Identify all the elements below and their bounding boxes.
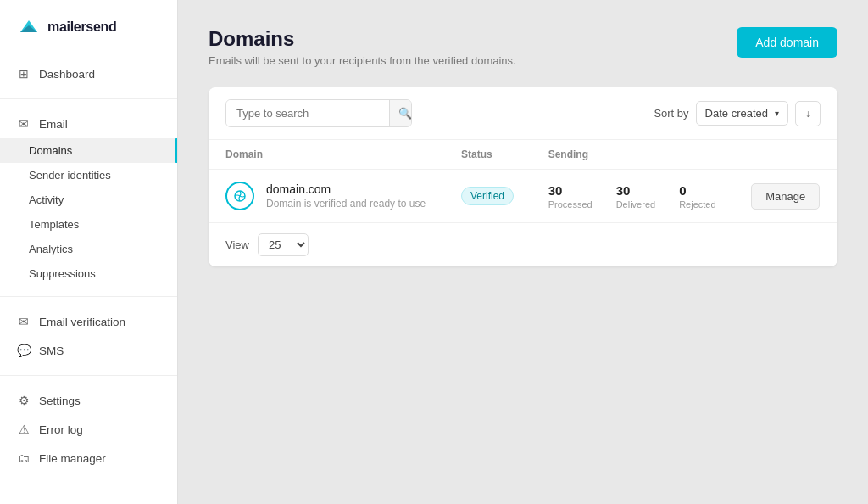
sms-icon: 💬 [17,344,31,357]
page-header: Domains Emails will be sent to your reci… [209,27,837,67]
cell-actions: Manage [734,170,837,223]
sidebar-item-domains-label: Domains [29,144,72,157]
sidebar-item-email-verification-label: Email verification [39,316,125,328]
sidebar-item-email-verification[interactable]: ✉ Email verification [0,307,177,336]
domain-name: domain.com [266,182,426,196]
manage-button[interactable]: Manage [751,183,820,210]
sidebar-item-sms-label: SMS [39,344,64,357]
main-content: Domains Emails will be sent to your reci… [178,0,868,504]
domain-description: Domain is verified and ready to use [266,198,426,210]
divider-2 [0,296,177,297]
logo-area: mailersend [0,0,177,54]
error-log-icon: ⚠ [17,423,31,436]
domains-table: Domain Status Sending [209,140,837,222]
stat-delivered-count: 30 [616,183,655,198]
logo-text: mailersend [47,20,116,35]
sidebar-item-sender-identities[interactable]: Sender identities [0,163,177,188]
sidebar-item-error-log[interactable]: ⚠ Error log [0,415,177,444]
sidebar-item-settings[interactable]: ⚙ Settings [0,386,177,415]
col-sending: Sending [531,140,734,170]
stat-delivered-label: Delivered [616,199,655,210]
domain-cell: domain.com Domain is verified and ready … [225,182,427,210]
stat-processed-count: 30 [548,183,593,198]
sidebar-item-file-manager[interactable]: 🗂 File manager [0,444,177,473]
stat-processed-label: Processed [548,199,593,210]
stat-rejected-label: Rejected [679,199,715,210]
divider-1 [0,98,177,99]
sidebar-item-sms[interactable]: 💬 SMS [0,336,177,365]
sidebar-item-activity-label: Activity [29,193,64,206]
view-select[interactable]: 10 25 50 100 [258,233,309,256]
sidebar-item-file-manager-label: File manager [39,452,106,465]
col-domain: Domain [209,140,444,170]
nav-secondary: ✉ Email verification 💬 SMS [0,302,177,370]
table-footer: View 10 25 50 100 [209,222,837,266]
cell-domain: domain.com Domain is verified and ready … [209,170,444,223]
page-title-area: Domains Emails will be sent to your reci… [209,27,516,67]
sidebar-item-settings-label: Settings [39,395,81,407]
sidebar-item-dashboard-label: Dashboard [39,68,95,81]
divider-3 [0,375,177,376]
domain-info: domain.com Domain is verified and ready … [266,182,426,210]
table-body: domain.com Domain is verified and ready … [209,170,837,223]
stat-delivered: 30 Delivered [616,183,655,210]
search-box: 🔍 [225,99,412,127]
sidebar-item-templates[interactable]: Templates [0,212,177,237]
email-section-header: ✉ Email [0,109,177,138]
sort-dropdown[interactable]: Date created ▾ [696,101,788,126]
col-actions [734,140,837,170]
email-section: ✉ Email Domains Sender identities Activi… [0,104,177,291]
sidebar-item-suppressions[interactable]: Suppressions [0,261,177,286]
cell-sending: 30 Processed 30 Delivered 0 Rejected [531,170,734,223]
settings-icon: ⚙ [17,394,31,407]
sidebar-item-analytics[interactable]: Analytics [0,237,177,261]
nav-main: ⊞ Dashboard [0,54,177,93]
sending-stats: 30 Processed 30 Delivered 0 Rejected [548,183,717,210]
table-toolbar: 🔍 Sort by Date created ▾ ↓ [209,87,837,140]
domains-table-container: 🔍 Sort by Date created ▾ ↓ Domain Status [209,87,837,266]
view-label: View [225,238,249,251]
search-button[interactable]: 🔍 [389,100,412,126]
file-manager-icon: 🗂 [17,451,31,465]
dashboard-icon: ⊞ [17,67,31,81]
sidebar: mailersend ⊞ Dashboard ✉ Email Domains S… [0,0,178,504]
sidebar-item-analytics-label: Analytics [29,243,73,255]
table-header: Domain Status Sending [209,140,837,170]
domain-icon [225,182,254,210]
stat-rejected: 0 Rejected [679,183,715,210]
sort-direction-button[interactable]: ↓ [795,101,821,126]
add-domain-button[interactable]: Add domain [737,27,837,58]
search-input[interactable] [226,100,389,126]
status-badge: Verified [461,187,514,205]
sidebar-item-sender-identities-label: Sender identities [29,169,111,182]
table-row: domain.com Domain is verified and ready … [209,170,837,223]
cell-status: Verified [444,170,531,223]
stat-processed: 30 Processed [548,183,593,210]
email-icon: ✉ [17,117,31,131]
stat-rejected-count: 0 [679,183,715,198]
col-status: Status [444,140,531,170]
sidebar-item-error-log-label: Error log [39,423,83,436]
logo-icon [17,15,41,39]
sort-direction-icon: ↓ [805,108,810,120]
email-section-label: Email [39,118,68,131]
sidebar-item-templates-label: Templates [29,218,79,231]
nav-bottom: ⚙ Settings ⚠ Error log 🗂 File manager [0,381,177,478]
page-title: Domains [209,27,516,51]
chevron-down-icon: ▾ [775,109,779,118]
sidebar-item-dashboard[interactable]: ⊞ Dashboard [0,59,177,88]
email-verification-icon: ✉ [17,315,31,328]
sidebar-item-activity[interactable]: Activity [0,188,177,212]
table-header-row: Domain Status Sending [209,140,837,170]
sort-area: Sort by Date created ▾ ↓ [654,101,821,126]
page-subtitle: Emails will be sent to your recipients f… [209,54,516,67]
search-icon: 🔍 [398,107,412,120]
sidebar-item-domains[interactable]: Domains [0,138,177,163]
sort-value: Date created [705,107,768,120]
sidebar-item-suppressions-label: Suppressions [29,267,96,280]
sort-label: Sort by [654,107,688,120]
